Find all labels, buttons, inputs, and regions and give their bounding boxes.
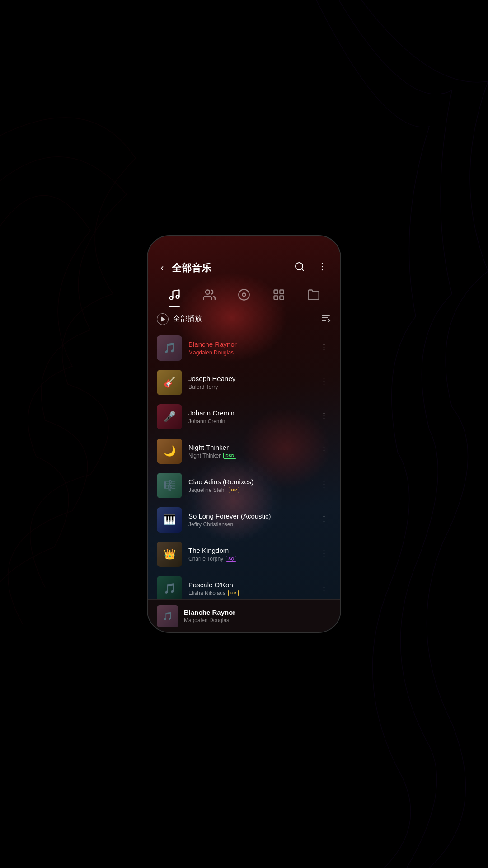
track-thumb: 🎸: [157, 370, 182, 395]
svg-point-7: [206, 290, 210, 294]
track-artist: Jaqueline Stehr: [188, 487, 226, 493]
now-playing-artist: Magdalen Douglas: [184, 617, 291, 623]
search-button[interactable]: [291, 259, 309, 277]
track-info: Pascale O'Kon Elisha Nikolaus HR: [188, 581, 310, 596]
track-thumb: 🌙: [157, 439, 182, 464]
track-more-button[interactable]: [317, 581, 331, 596]
svg-point-30: [324, 484, 325, 485]
svg-point-31: [324, 486, 325, 488]
track-item-6[interactable]: 🎹 So Long Forever (Acoustic) Jeffry Chri…: [148, 503, 340, 537]
track-artist: Night Thinker: [188, 453, 221, 459]
svg-point-3: [322, 266, 323, 267]
track-meta: Buford Terry: [188, 384, 310, 390]
tab-albums[interactable]: [232, 286, 256, 304]
track-info: The Kingdom Charlie Torphy SQ: [188, 547, 310, 562]
track-thumb-art: 🎵: [157, 576, 182, 599]
tab-artists[interactable]: [197, 286, 221, 304]
track-thumb-art: 🎼: [157, 473, 182, 498]
track-thumb: 🎼: [157, 473, 182, 498]
svg-point-2: [322, 263, 323, 264]
svg-point-23: [324, 412, 325, 414]
svg-point-39: [324, 587, 325, 588]
track-title: Ciao Adios (Remixes): [188, 478, 310, 486]
svg-rect-47: [328, 612, 329, 620]
quality-badge: DSD: [223, 453, 236, 459]
next-button[interactable]: [319, 610, 331, 623]
track-info: Blanche Raynor Magdalen Douglas: [188, 340, 310, 356]
svg-point-34: [324, 521, 325, 522]
svg-point-37: [324, 555, 325, 557]
svg-rect-11: [280, 290, 283, 294]
track-thumb: 🎹: [157, 507, 182, 533]
nav-tabs: [148, 282, 340, 304]
track-item-8[interactable]: 🎵 Pascale O'Kon Elisha Nikolaus HR: [148, 571, 340, 599]
track-meta: Jeffry Christiansen: [188, 521, 310, 528]
track-thumb: 🎵: [157, 576, 182, 599]
track-artist: Magdalen Douglas: [188, 349, 234, 356]
svg-point-19: [324, 349, 325, 350]
play-all-button[interactable]: [157, 313, 169, 325]
back-button[interactable]: ‹: [157, 260, 167, 276]
track-more-button[interactable]: [317, 547, 331, 562]
svg-point-26: [324, 447, 325, 448]
svg-rect-10: [274, 290, 278, 294]
track-title: Night Thinker: [188, 443, 310, 451]
svg-point-21: [324, 381, 325, 382]
svg-point-9: [242, 293, 245, 297]
tab-folders[interactable]: [302, 286, 325, 304]
track-meta: Magdalen Douglas: [188, 349, 310, 356]
quality-badge: HR: [228, 590, 239, 596]
play-all-bar: 全部播放: [148, 307, 340, 331]
track-item-1[interactable]: 🎵 Blanche Raynor Magdalen Douglas: [148, 331, 340, 365]
svg-point-4: [322, 269, 323, 270]
tab-playlists[interactable]: [267, 286, 291, 304]
track-more-button[interactable]: [317, 341, 331, 356]
header: ‹ 全部音乐: [148, 236, 340, 282]
track-item-5[interactable]: 🎼 Ciao Adios (Remixes) Jaqueline Stehr H…: [148, 468, 340, 503]
track-artist: Johann Cremin: [188, 418, 225, 425]
track-item-7[interactable]: 👑 The Kingdom Charlie Torphy SQ: [148, 537, 340, 571]
track-info: Night Thinker Night Thinker DSD: [188, 443, 310, 459]
svg-point-33: [324, 518, 325, 519]
svg-point-20: [324, 378, 325, 379]
now-playing-bar[interactable]: 🎵 Blanche Raynor Magdalen Douglas: [148, 599, 340, 632]
track-artist: Jeffry Christiansen: [188, 521, 233, 528]
svg-point-40: [324, 590, 325, 591]
track-thumb-art: 🌙: [157, 439, 182, 464]
track-meta: Elisha Nikolaus HR: [188, 590, 310, 596]
svg-point-24: [324, 415, 325, 416]
track-more-button[interactable]: [317, 375, 331, 390]
track-info: So Long Forever (Acoustic) Jeffry Christ…: [188, 512, 310, 528]
track-more-button[interactable]: [317, 410, 331, 425]
more-button[interactable]: [313, 259, 331, 277]
track-meta: Johann Cremin: [188, 418, 310, 425]
pause-button[interactable]: [296, 608, 310, 624]
track-item-2[interactable]: 🎸 Joseph Heaney Buford Terry: [148, 365, 340, 400]
track-more-button[interactable]: [317, 444, 331, 459]
svg-point-27: [324, 449, 325, 451]
now-playing-thumb-emoji: 🎵: [163, 611, 173, 621]
track-title: So Long Forever (Acoustic): [188, 512, 310, 520]
track-thumb: 👑: [157, 542, 182, 567]
track-meta: Charlie Torphy SQ: [188, 556, 310, 562]
track-list: 🎵 Blanche Raynor Magdalen Douglas 🎸 Jose…: [148, 331, 340, 599]
track-thumb-art: 🎸: [157, 370, 182, 395]
track-item-4[interactable]: 🌙 Night Thinker Night Thinker DSD: [148, 434, 340, 468]
svg-rect-13: [280, 296, 283, 299]
svg-point-35: [324, 550, 325, 551]
track-info: Joseph Heaney Buford Terry: [188, 375, 310, 390]
track-title: The Kingdom: [188, 547, 310, 554]
track-artist: Charlie Torphy: [188, 556, 223, 562]
svg-rect-44: [300, 610, 302, 619]
svg-point-5: [169, 297, 173, 300]
track-title: Joseph Heaney: [188, 375, 310, 382]
svg-line-1: [302, 269, 304, 271]
track-more-button[interactable]: [317, 513, 331, 528]
track-thumb-art: 👑: [157, 542, 182, 567]
sort-button[interactable]: [320, 312, 331, 326]
track-thumb-art: 🎹: [157, 507, 182, 533]
track-more-button[interactable]: [317, 478, 331, 493]
tab-songs[interactable]: [163, 286, 186, 304]
track-item-3[interactable]: 🎤 Johann Cremin Johann Cremin: [148, 400, 340, 434]
track-info: Johann Cremin Johann Cremin: [188, 409, 310, 425]
